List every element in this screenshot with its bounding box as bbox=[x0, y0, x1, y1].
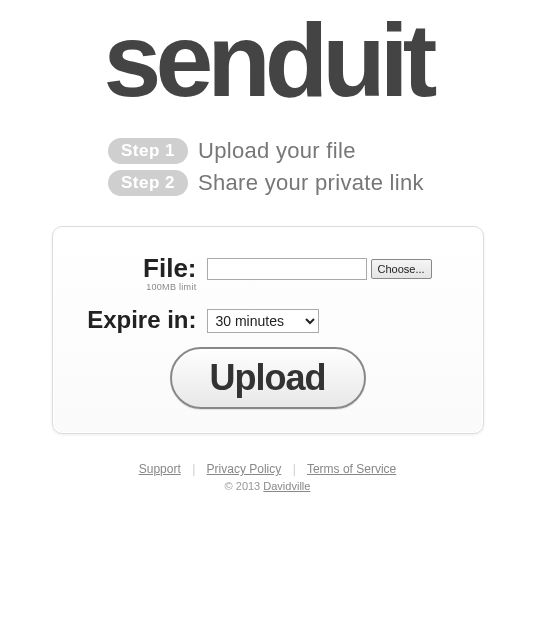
expire-input-col: 30 minutes bbox=[207, 306, 459, 333]
file-limit-label: 100MB limit bbox=[77, 282, 197, 292]
step-badge-1: Step 1 bbox=[108, 138, 188, 164]
expire-label: Expire in: bbox=[87, 306, 196, 333]
company-link[interactable]: Davidville bbox=[263, 480, 310, 492]
file-label: File: bbox=[143, 253, 196, 283]
file-path-input[interactable] bbox=[207, 258, 367, 280]
choose-file-button[interactable]: Choose... bbox=[371, 259, 432, 279]
step-row: Step 2 Share your private link bbox=[108, 170, 535, 196]
terms-link[interactable]: Terms of Service bbox=[307, 462, 396, 476]
logo: senduit bbox=[0, 8, 535, 112]
expire-select[interactable]: 30 minutes bbox=[207, 309, 319, 333]
expire-label-col: Expire in: bbox=[77, 306, 207, 332]
footer-separator: | bbox=[192, 462, 195, 476]
copyright-prefix: © 2013 bbox=[225, 480, 264, 492]
step-row: Step 1 Upload your file bbox=[108, 138, 535, 164]
upload-row: Upload bbox=[77, 347, 459, 409]
footer-separator: | bbox=[293, 462, 296, 476]
footer-links: Support | Privacy Policy | Terms of Serv… bbox=[0, 462, 535, 476]
step-text-1: Upload your file bbox=[198, 138, 356, 164]
upload-button[interactable]: Upload bbox=[170, 347, 366, 409]
privacy-link[interactable]: Privacy Policy bbox=[207, 462, 282, 476]
file-input-col: Choose... bbox=[207, 255, 459, 280]
steps-list: Step 1 Upload your file Step 2 Share you… bbox=[108, 138, 535, 196]
support-link[interactable]: Support bbox=[139, 462, 181, 476]
upload-card: File: 100MB limit Choose... Expire in: 3… bbox=[52, 226, 484, 434]
file-label-col: File: 100MB limit bbox=[77, 255, 207, 292]
step-text-2: Share your private link bbox=[198, 170, 424, 196]
footer-copyright: © 2013 Davidville bbox=[0, 480, 535, 492]
file-row: File: 100MB limit Choose... bbox=[77, 255, 459, 292]
expire-row: Expire in: 30 minutes bbox=[77, 306, 459, 333]
step-badge-2: Step 2 bbox=[108, 170, 188, 196]
footer: Support | Privacy Policy | Terms of Serv… bbox=[0, 462, 535, 492]
